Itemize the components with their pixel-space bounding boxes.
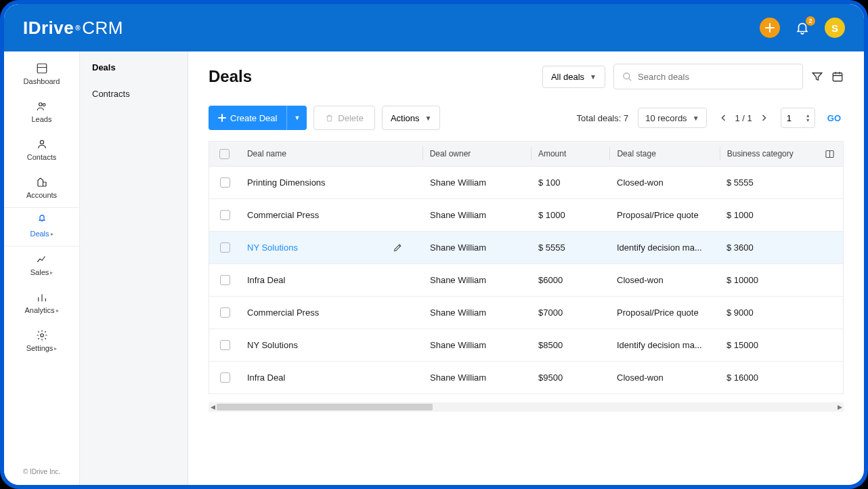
select-all-checkbox[interactable]: [219, 149, 230, 159]
registered-mark: ®: [75, 24, 81, 32]
page-input-wrap: ▲ ▼: [781, 108, 815, 128]
search-input[interactable]: [638, 72, 794, 82]
copyright: © IDrive Inc.: [4, 459, 79, 485]
stepper-down-icon[interactable]: ▼: [806, 118, 810, 123]
scroll-right-icon[interactable]: ▶: [836, 402, 844, 412]
chevron-left-icon: [720, 114, 727, 121]
scrollbar-thumb[interactable]: [217, 404, 433, 410]
rail-item-label: Contacts: [27, 153, 56, 161]
column-business-category[interactable]: Business category: [720, 149, 816, 158]
rail-item-accounts[interactable]: Accounts: [4, 169, 79, 207]
pager: 1 / 1: [716, 110, 771, 125]
row-checkbox[interactable]: [220, 177, 230, 188]
avatar-initial: S: [831, 22, 838, 34]
search-icon: [622, 72, 632, 82]
rail-item-leads[interactable]: Leads: [4, 93, 79, 131]
business-category: $ 5555: [720, 177, 816, 188]
svg-point-4: [40, 334, 43, 337]
deal-name[interactable]: Printing Dimensions: [247, 177, 326, 188]
deal-name[interactable]: NY Solutions: [247, 242, 298, 253]
rail-item-label: Analytics: [24, 306, 54, 314]
filter-label: All deals: [551, 72, 584, 82]
table-row[interactable]: NY SolutionsShane William$8500Identify d…: [209, 329, 843, 362]
next-page-button[interactable]: [756, 110, 771, 125]
plus-icon: [218, 114, 226, 122]
create-deal-dropdown[interactable]: ▼: [286, 106, 307, 130]
subnav-item-deals[interactable]: Deals: [80, 54, 188, 81]
deal-name[interactable]: Infra Deal: [247, 373, 285, 383]
deal-name[interactable]: Commercial Press: [247, 210, 319, 220]
business-category: $ 3600: [720, 242, 816, 253]
column-deal-stage[interactable]: Deal stage: [610, 149, 719, 158]
page-input[interactable]: [787, 109, 803, 127]
rail-item-analytics[interactable]: Analytics▸: [4, 284, 79, 322]
page-size-dropdown[interactable]: 10 records ▼: [638, 108, 706, 128]
rail-item-label: Accounts: [26, 191, 57, 199]
business-category: $ 16000: [720, 373, 816, 383]
table-row[interactable]: Infra DealShane William$9500Closed-won$ …: [209, 362, 843, 394]
scroll-left-icon[interactable]: ◀: [209, 402, 217, 412]
actions-label: Actions: [391, 113, 420, 123]
horizontal-scrollbar[interactable]: ◀ ▶: [209, 402, 844, 412]
search-field[interactable]: [613, 64, 803, 89]
go-button[interactable]: GO: [825, 113, 844, 123]
brand-suffix: CRM: [82, 18, 123, 39]
table-header: Deal name Deal owner Amount Deal stage B…: [209, 141, 844, 167]
total-deals-label: Total deals: 7: [577, 113, 629, 123]
stepper-up-icon[interactable]: ▲: [806, 113, 810, 118]
chevron-down-icon: ▼: [425, 114, 432, 122]
table-row[interactable]: Infra DealShane William$6000Closed-won$ …: [209, 264, 843, 297]
rail-nav: DashboardLeadsContactsAccountsDeals▸Sale…: [4, 51, 80, 485]
row-checkbox[interactable]: [220, 373, 230, 383]
brand-name: IDrive: [23, 18, 74, 39]
add-button[interactable]: [760, 18, 780, 38]
row-checkbox[interactable]: [220, 210, 230, 220]
page-size-label: 10 records: [645, 113, 687, 123]
table-row[interactable]: Commercial PressShane William$ 1000Propo…: [209, 199, 843, 232]
deal-amount: $ 1000: [531, 210, 610, 220]
chevron-right-icon: ▸: [54, 345, 57, 352]
rail-item-dashboard[interactable]: Dashboard: [4, 56, 79, 93]
rail-item-deals[interactable]: Deals▸: [4, 207, 79, 247]
table-row[interactable]: NY SolutionsShane William$ 5555Identify …: [209, 232, 843, 264]
column-settings-button[interactable]: [816, 149, 843, 159]
notification-badge: 2: [806, 16, 815, 26]
rail-item-contacts[interactable]: Contacts: [4, 131, 79, 169]
column-deal-owner[interactable]: Deal owner: [423, 149, 531, 158]
sales-icon: [36, 253, 48, 265]
deal-amount: $8500: [531, 340, 610, 350]
deal-name[interactable]: Commercial Press: [247, 307, 319, 318]
filter-dropdown[interactable]: All deals ▼: [542, 66, 605, 88]
column-amount[interactable]: Amount: [531, 149, 610, 158]
rail-item-sales[interactable]: Sales▸: [4, 247, 79, 284]
topbar: IDrive ® CRM 2 S: [4, 4, 864, 51]
actions-dropdown[interactable]: Actions ▼: [382, 106, 441, 130]
columns-icon: [825, 149, 835, 159]
create-deal-label: Create Deal: [230, 113, 277, 123]
create-deal-button[interactable]: Create Deal: [209, 106, 286, 130]
filter-icon[interactable]: [811, 70, 823, 83]
chevron-down-icon: ▼: [590, 73, 596, 81]
deals-icon: [36, 215, 48, 227]
rail-item-settings[interactable]: Settings▸: [4, 322, 79, 360]
delete-button[interactable]: Delete: [313, 106, 375, 130]
row-checkbox[interactable]: [220, 340, 230, 350]
deal-name[interactable]: NY Solutions: [247, 340, 298, 350]
table-row[interactable]: Commercial PressShane William$7000Propos…: [209, 297, 843, 329]
prev-page-button[interactable]: [716, 110, 731, 125]
contacts-icon: [36, 138, 48, 150]
edit-icon[interactable]: [393, 242, 403, 253]
subnav-item-contracts[interactable]: Contracts: [80, 81, 188, 107]
chevron-right-icon: ▸: [56, 307, 59, 314]
column-deal-name[interactable]: Deal name: [240, 149, 422, 158]
table-row[interactable]: Printing DimensionsShane William$ 100Clo…: [209, 167, 843, 199]
row-checkbox[interactable]: [220, 242, 230, 253]
deal-name[interactable]: Infra Deal: [247, 275, 285, 285]
row-checkbox[interactable]: [220, 307, 230, 318]
business-category: $ 10000: [720, 275, 816, 285]
deal-owner: Shane William: [423, 210, 531, 220]
row-checkbox[interactable]: [220, 275, 230, 285]
user-avatar[interactable]: S: [825, 18, 845, 38]
notifications-button[interactable]: 2: [795, 20, 810, 35]
calendar-icon[interactable]: [831, 70, 844, 83]
